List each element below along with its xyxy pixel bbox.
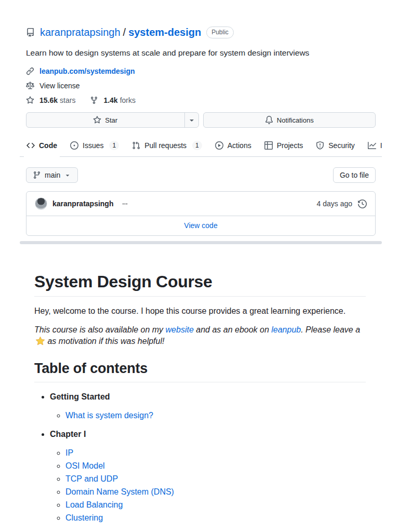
toc-link-tcp-and-udp[interactable]: TCP and UDP [65, 474, 118, 483]
tab-security[interactable]: Security [311, 135, 360, 156]
tab-security-label: Security [328, 141, 355, 150]
notifications-button-label: Notifications [277, 116, 314, 124]
star-emoji [35, 336, 45, 346]
latest-commit-row: karanpratapsingh 4 days ago [26, 192, 375, 216]
tab-issues-label: Issues [83, 141, 103, 150]
latest-commit-box: karanpratapsingh 4 days ago View code [26, 191, 376, 236]
repo-header-section: karanpratapsingh / system-design Public … [20, 0, 382, 128]
forks-count: 1.4k [103, 96, 117, 104]
commit-meta: 4 days ago [317, 200, 367, 208]
action-buttons-row: Star Notifications [26, 112, 376, 128]
repo-tab-nav: Code Issues 1 Pull requests 1 Actions Pr… [20, 135, 382, 157]
toc-link-dns[interactable]: Domain Name System (DNS) [65, 487, 174, 496]
play-icon [215, 141, 223, 150]
stars-count: 15.6k [39, 96, 58, 104]
tab-code-label: Code [39, 141, 57, 150]
readme-content: System Design Course Hey, welcome to the… [20, 244, 382, 524]
tab-pull-requests[interactable]: Pull requests 1 [127, 135, 207, 156]
forks-label: forks [120, 96, 136, 104]
toc-link-clustering[interactable]: Clustering [65, 513, 103, 522]
star-icon [93, 116, 101, 124]
branch-icon [33, 171, 41, 179]
forks-group: 1.4kforks [90, 96, 136, 104]
list-item: Clustering [65, 512, 366, 524]
list-item: What is system design? [65, 409, 366, 422]
tab-projects-label: Projects [277, 141, 303, 150]
file-browser-section: main Go to file karanpratapsingh 4 days … [20, 157, 382, 236]
toc-title: Table of contents [34, 360, 366, 382]
website-text-link[interactable]: website [166, 325, 194, 334]
go-to-file-button[interactable]: Go to file [333, 167, 376, 183]
triangle-down-icon [64, 171, 71, 179]
branch-row: main Go to file [26, 167, 376, 183]
bell-icon [265, 116, 273, 124]
avatar[interactable] [35, 197, 47, 210]
fork-icon [90, 96, 98, 104]
readme-note-paragraph: This course is also available on my webs… [34, 324, 366, 347]
license-row: View license [26, 82, 376, 90]
stars-link[interactable]: 15.6kstars [39, 96, 75, 104]
toc-group-label: Getting Started [50, 392, 110, 401]
tab-projects[interactable]: Projects [260, 135, 308, 156]
branch-name: main [45, 171, 60, 179]
toc-link-what-is-system-design[interactable]: What is system design? [65, 411, 153, 420]
issue-icon [70, 141, 78, 150]
code-icon [26, 141, 35, 150]
link-icon [26, 67, 34, 75]
website-link[interactable]: leanpub.com/systemdesign [39, 67, 135, 75]
shield-icon [316, 141, 324, 150]
repo-icon [26, 28, 35, 37]
pull-requests-count-badge: 1 [192, 141, 202, 150]
toc-link-load-balancing[interactable]: Load Balancing [65, 500, 123, 509]
readme-intro-paragraph: Hey, welcome to the course. I hope this … [34, 305, 366, 317]
repo-description: Learn how to design systems at scale and… [26, 47, 376, 59]
tab-issues[interactable]: Issues 1 [65, 135, 124, 156]
toc-link-ip[interactable]: IP [65, 448, 73, 457]
note-text: and as an ebook on [194, 325, 271, 334]
list-item: Domain Name System (DNS) [65, 486, 366, 498]
notifications-button[interactable]: Notifications [203, 112, 376, 128]
tab-actions-label: Actions [228, 141, 251, 150]
go-to-file-label: Go to file [340, 171, 369, 179]
forks-link[interactable]: 1.4kforks [103, 96, 136, 104]
tab-pull-requests-label: Pull requests [144, 141, 187, 150]
list-item: OSI Model [65, 460, 366, 472]
stars-forks-row: 15.6kstars 1.4kforks [26, 96, 376, 104]
toc-group: Getting Started What is system design? [50, 391, 366, 422]
license-link[interactable]: View license [39, 82, 80, 90]
note-text: This course is also available on my [34, 325, 166, 334]
tab-insights-label: Insights [380, 141, 382, 150]
view-code-row: View code [26, 216, 375, 235]
repo-page: karanpratapsingh / system-design Public … [20, 0, 382, 524]
history-icon[interactable] [358, 200, 367, 208]
toc-link-osi-model[interactable]: OSI Model [65, 461, 105, 470]
leanpub-text-link[interactable]: leanpub [271, 325, 301, 334]
readme-title: System Design Course [34, 271, 366, 297]
tab-code[interactable]: Code [22, 135, 62, 156]
commit-author-link[interactable]: karanpratapsingh [52, 200, 113, 208]
commit-message-expander[interactable] [121, 200, 129, 208]
repo-owner-link[interactable]: karanpratapsingh [40, 26, 121, 38]
table-of-contents-list: Getting Started What is system design? C… [34, 391, 366, 524]
list-item: Load Balancing [65, 499, 366, 511]
star-dropdown-button[interactable] [184, 113, 198, 127]
stars-label: stars [60, 96, 75, 104]
website-row: leanpub.com/systemdesign [26, 67, 376, 75]
star-button-group: Star [26, 112, 199, 128]
star-icon [26, 96, 34, 104]
project-icon [264, 141, 273, 150]
toc-group-label: Chapter I [50, 430, 86, 438]
toc-group: Chapter I IP OSI Model TCP and UDP Domai… [50, 428, 366, 524]
repo-slash: / [123, 26, 126, 38]
star-button[interactable]: Star [26, 116, 184, 124]
tab-insights[interactable]: Insights [363, 135, 382, 156]
visibility-badge: Public [206, 26, 234, 38]
pull-request-icon [132, 141, 140, 150]
list-item: TCP and UDP [65, 473, 366, 485]
toc-sublist: What is system design? [50, 409, 366, 422]
repo-name-link[interactable]: system-design [128, 26, 201, 38]
branch-selector-button[interactable]: main [26, 167, 78, 183]
tab-actions[interactable]: Actions [210, 135, 256, 156]
view-code-link[interactable]: View code [184, 221, 217, 230]
commit-time: 4 days ago [317, 200, 353, 208]
